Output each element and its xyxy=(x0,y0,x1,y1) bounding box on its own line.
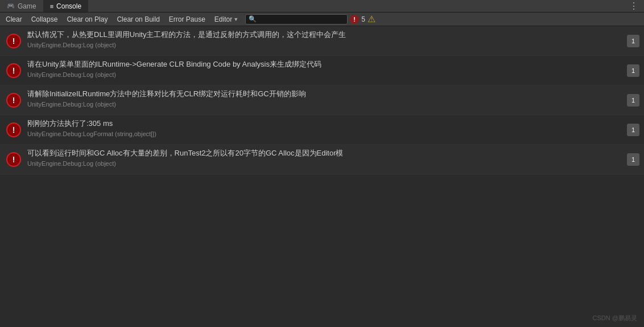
error-log-icon: ! xyxy=(6,63,21,78)
log-count-badge: 1 xyxy=(627,64,639,77)
tab-game[interactable]: 🎮 Game xyxy=(0,0,43,12)
clear-on-play-button[interactable]: Clear on Play xyxy=(62,13,112,26)
log-sub-text: UnityEngine.Debug:Log (object) xyxy=(27,71,625,79)
log-sub-text: UnityEngine.Debug:Log (object) xyxy=(27,41,625,49)
tab-console-label: Console xyxy=(56,2,81,10)
error-badge-icon: ! xyxy=(350,15,359,24)
log-icon-col: ! xyxy=(0,85,27,115)
table-row[interactable]: ! 可以看到运行时间和GC Alloc有大量的差别，RunTest2之所以有20… xyxy=(0,145,644,174)
log-icon-col: ! xyxy=(0,145,27,174)
error-log-icon: ! xyxy=(6,152,21,167)
search-input[interactable] xyxy=(259,16,344,23)
log-icon-col: ! xyxy=(0,56,27,85)
error-count-label: 5 xyxy=(361,15,365,23)
log-count-badge: 1 xyxy=(627,124,639,136)
editor-dropdown[interactable]: Editor ▼ xyxy=(210,13,243,26)
console-icon: ≡ xyxy=(50,3,53,10)
error-log-icon: ! xyxy=(6,93,21,108)
table-row[interactable]: ! 默认情况下，从热更DLL里调用Unity主工程的方法，是通过反射的方式调用的… xyxy=(0,26,644,56)
log-count-badge: 1 xyxy=(627,94,639,107)
toolbar: Clear Collapse Clear on Play Clear on Bu… xyxy=(0,13,644,26)
tab-console[interactable]: ≡ Console xyxy=(43,0,88,12)
log-content: 请在Unity菜单里面的ILRuntime->Generate CLR Bind… xyxy=(27,56,627,85)
error-log-icon: ! xyxy=(6,34,21,48)
toolbar-right: ! 5 ⚠ xyxy=(350,14,375,24)
game-icon: 🎮 xyxy=(7,2,15,10)
log-icon-col: ! xyxy=(0,115,27,144)
tab-game-label: Game xyxy=(18,2,36,10)
log-content: 刚刚的方法执行了:305 ms UnityEngine.Debug:LogFor… xyxy=(27,115,627,144)
log-main-text: 请在Unity菜单里面的ILRuntime->Generate CLR Bind… xyxy=(27,59,625,70)
log-sub-text: UnityEngine.Debug:Log (object) xyxy=(27,100,625,108)
watermark-text: CSDN @鹏易灵 xyxy=(593,314,637,322)
table-row[interactable]: ! 请解除InitializeILRuntime方法中的注释对比有无CLR绑定对… xyxy=(0,85,644,115)
log-count-badge: 1 xyxy=(627,153,639,166)
log-main-text: 刚刚的方法执行了:305 ms xyxy=(27,118,625,129)
tab-more-button[interactable]: ⋮ xyxy=(624,1,644,11)
editor-dropdown-label: Editor xyxy=(214,15,232,23)
search-icon: 🔍 xyxy=(249,15,257,23)
collapse-button[interactable]: Collapse xyxy=(27,13,63,26)
log-content: 请解除InitializeILRuntime方法中的注释对比有无CLR绑定对运行… xyxy=(27,85,627,115)
editor-dropdown-arrow: ▼ xyxy=(233,17,238,22)
log-content: 可以看到运行时间和GC Alloc有大量的差别，RunTest2之所以有20字节… xyxy=(27,145,627,174)
error-log-icon: ! xyxy=(6,122,21,137)
log-main-text: 默认情况下，从热更DLL里调用Unity主工程的方法，是通过反射的方式调用的，这… xyxy=(27,30,625,40)
log-sub-text: UnityEngine.Debug:Log (object) xyxy=(27,160,625,167)
log-icon-col: ! xyxy=(0,26,27,55)
log-content: 默认情况下，从热更DLL里调用Unity主工程的方法，是通过反射的方式调用的，这… xyxy=(27,26,627,55)
table-row[interactable]: ! 请在Unity菜单里面的ILRuntime->Generate CLR Bi… xyxy=(0,56,644,85)
search-box[interactable]: 🔍 xyxy=(245,14,348,24)
log-main-text: 请解除InitializeILRuntime方法中的注释对比有无CLR绑定对运行… xyxy=(27,89,625,99)
log-main-text: 可以看到运行时间和GC Alloc有大量的差别，RunTest2之所以有20字节… xyxy=(27,148,625,158)
error-pause-button[interactable]: Error Pause xyxy=(164,13,210,26)
clear-on-build-button[interactable]: Clear on Build xyxy=(112,13,164,26)
console-log-area[interactable]: ! 默认情况下，从热更DLL里调用Unity主工程的方法，是通过反射的方式调用的… xyxy=(0,26,644,313)
log-sub-text: UnityEngine.Debug:LogFormat (string,obje… xyxy=(27,130,625,138)
clear-button[interactable]: Clear xyxy=(1,13,27,26)
warning-icon: ⚠ xyxy=(368,14,375,24)
tab-bar: 🎮 Game ≡ Console ⋮ xyxy=(0,0,644,13)
log-count-badge: 1 xyxy=(627,35,639,47)
table-row[interactable]: ! 刚刚的方法执行了:305 ms UnityEngine.Debug:LogF… xyxy=(0,115,644,145)
